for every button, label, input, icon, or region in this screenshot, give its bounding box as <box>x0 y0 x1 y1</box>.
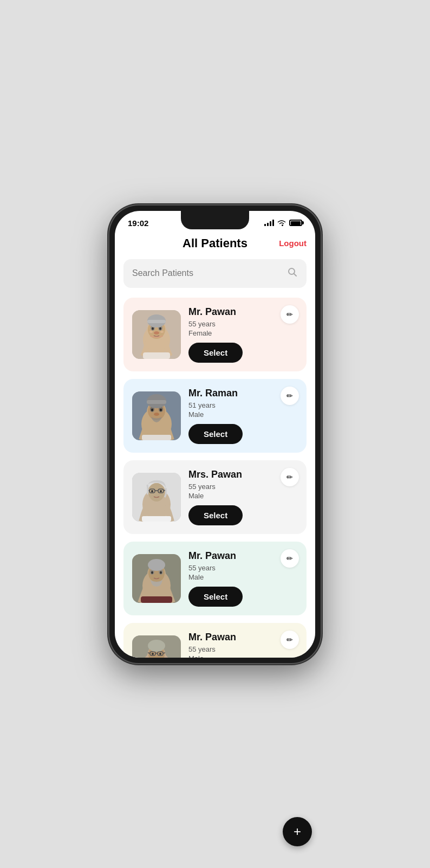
svg-point-10 <box>154 331 159 335</box>
patient-age: 55 years <box>188 645 298 653</box>
patient-gender: Male <box>188 492 298 500</box>
patient-photo <box>132 391 181 440</box>
svg-line-57 <box>148 653 150 653</box>
patient-age: 55 years <box>188 320 298 328</box>
patient-photo <box>132 635 181 658</box>
patient-gender: Female <box>188 329 298 337</box>
patient-age: 55 years <box>188 483 298 491</box>
battery-icon <box>289 220 302 226</box>
screen-content[interactable]: All Patients Logout <box>115 231 315 658</box>
svg-line-1 <box>294 273 297 276</box>
patient-age: 51 years <box>188 401 298 409</box>
patient-gender: Male <box>188 573 298 581</box>
patient-photo <box>132 310 181 359</box>
page-title: All Patients <box>183 236 247 250</box>
status-icons <box>264 219 302 227</box>
signal-icon <box>264 220 274 226</box>
svg-point-31 <box>148 483 165 501</box>
edit-button[interactable]: ✏ <box>281 549 299 568</box>
status-time: 19:02 <box>128 218 148 228</box>
patient-photo <box>132 554 181 603</box>
svg-point-24 <box>154 413 159 416</box>
patient-card: Mrs. Pawan 55 years Male Select ✏ <box>123 460 307 534</box>
wifi-icon <box>277 219 286 227</box>
svg-point-60 <box>159 653 161 655</box>
svg-point-23 <box>160 408 162 411</box>
search-icon <box>287 267 298 280</box>
select-button[interactable]: Select <box>188 587 243 607</box>
patient-gender: Male <box>188 410 298 419</box>
edit-button[interactable]: ✏ <box>281 631 299 649</box>
select-button[interactable]: Select <box>188 424 243 444</box>
edit-button[interactable]: ✏ <box>281 387 299 405</box>
svg-point-47 <box>160 571 162 574</box>
svg-rect-39 <box>142 516 171 522</box>
phone-frame: 19:02 All Patients Logout <box>109 205 321 663</box>
svg-point-46 <box>151 571 153 574</box>
select-button[interactable]: Select <box>188 343 243 363</box>
svg-point-38 <box>160 490 162 492</box>
select-button[interactable]: Select <box>188 505 243 525</box>
patient-card: Mr. Raman 51 years Male Select ✏ <box>123 379 307 453</box>
patient-list: Mr. Pawan 55 years Female Select ✏ Mr. R… <box>123 298 307 658</box>
header: All Patients Logout <box>123 231 307 259</box>
notch <box>181 211 249 229</box>
svg-line-58 <box>163 653 165 653</box>
svg-point-61 <box>148 640 165 652</box>
patient-gender: Male <box>188 654 298 658</box>
patient-card: Mr. Pawan 55 years Male Select ✏ <box>123 542 307 615</box>
svg-point-14 <box>149 331 153 333</box>
svg-point-15 <box>160 331 164 333</box>
svg-rect-26 <box>147 400 166 404</box>
patient-photo <box>132 473 181 522</box>
svg-rect-12 <box>147 320 166 323</box>
svg-point-22 <box>151 408 153 411</box>
svg-point-59 <box>152 653 154 655</box>
svg-rect-49 <box>141 596 172 603</box>
svg-rect-27 <box>142 435 171 440</box>
logout-button[interactable]: Logout <box>279 239 307 248</box>
search-container <box>123 259 307 288</box>
svg-point-48 <box>148 559 165 571</box>
patient-card: Mr. Pawan 55 years Female Select ✏ <box>123 298 307 371</box>
patient-age: 55 years <box>188 564 298 572</box>
edit-button[interactable]: ✏ <box>281 305 299 324</box>
edit-button[interactable]: ✏ <box>281 468 299 486</box>
svg-point-8 <box>152 327 154 330</box>
svg-point-9 <box>159 327 161 330</box>
patient-card: Mr. Pawan 55 years Male Select ✏ <box>123 623 307 658</box>
phone-screen: 19:02 All Patients Logout <box>115 211 315 658</box>
svg-rect-13 <box>143 352 170 359</box>
svg-point-37 <box>151 490 153 492</box>
search-input[interactable] <box>132 268 287 278</box>
